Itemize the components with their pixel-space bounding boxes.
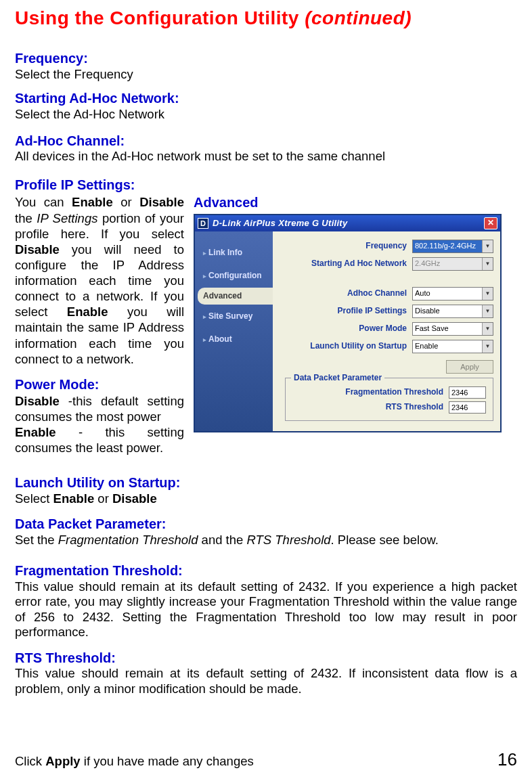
nav-advanced[interactable]: Advanced bbox=[198, 288, 273, 305]
label-profile-ip: Profile IP Settings bbox=[338, 306, 407, 316]
chevron-down-icon: ▼ bbox=[482, 288, 493, 300]
label-frequency: Frequency bbox=[365, 241, 407, 251]
heading-frequency: Frequency: bbox=[15, 50, 517, 66]
body-rts-threshold: This value should remain at its default … bbox=[15, 666, 517, 696]
body-launch-startup: Select Enable or Disable bbox=[15, 491, 517, 507]
heading-adhoc-channel: Ad-Hoc Channel: bbox=[15, 133, 517, 149]
heading-advanced-screenshot: Advanced bbox=[194, 194, 517, 210]
chevron-down-icon: ▼ bbox=[482, 340, 493, 353]
body-power-mode: Disable -this default setting consumes t… bbox=[15, 393, 184, 456]
label-rts-threshold: RTS Threshold bbox=[386, 402, 443, 412]
dropdown-power-mode[interactable]: Fast Save ▼ bbox=[412, 322, 493, 336]
close-icon[interactable]: ✕ bbox=[484, 217, 497, 229]
chevron-down-icon: ▼ bbox=[482, 240, 493, 252]
dropdown-starting-adhoc[interactable]: 2.4GHz ▼ bbox=[412, 257, 493, 271]
chevron-down-icon: ▼ bbox=[482, 305, 493, 317]
page-number: 16 bbox=[497, 749, 517, 771]
right-app-column: Advanced D D-Link AirPlus Xtreme G Utili… bbox=[194, 194, 517, 432]
dropdown-frequency[interactable]: 802.11b/g-2.4GHz ▼ bbox=[412, 240, 493, 253]
app-body: Link Info Configuration Advanced Site Su… bbox=[195, 231, 500, 431]
app-window-title: D-Link AirPlus Xtreme G Utility bbox=[213, 218, 484, 229]
dropdown-adhoc-channel[interactable]: Auto ▼ bbox=[412, 287, 493, 301]
heading-starting-adhoc: Starting Ad-Hoc Network: bbox=[15, 90, 517, 106]
dropdown-power-value: Fast Save bbox=[415, 324, 449, 333]
fieldset-legend: Data Packet Parameter bbox=[291, 373, 384, 383]
heading-rts-threshold: RTS Threshold: bbox=[15, 650, 517, 666]
label-starting-adhoc: Starting Ad Hoc Network bbox=[311, 259, 407, 269]
heading-power-mode: Power Mode: bbox=[15, 376, 184, 393]
heading-profile-ip: Profile IP Settings: bbox=[15, 177, 517, 193]
dropdown-profile-value: Disable bbox=[415, 307, 440, 315]
input-frag-threshold[interactable] bbox=[449, 386, 486, 399]
dropdown-profile-ip[interactable]: Disable ▼ bbox=[412, 305, 493, 318]
body-profile-ip: You can Enable or Disable the IP Setting… bbox=[15, 194, 184, 366]
heading-launch-startup: Launch Utility on Startup: bbox=[15, 474, 517, 491]
dropdown-adhoc-value: Auto bbox=[415, 289, 430, 298]
left-text-column: You can Enable or Disable the IP Setting… bbox=[15, 194, 184, 462]
apply-button[interactable]: Apply bbox=[446, 360, 493, 374]
label-frag-threshold: Fragmentation Threshold bbox=[345, 387, 443, 397]
dropdown-starting-value: 2.4GHz bbox=[415, 259, 440, 268]
nav-site-survey[interactable]: Site Survey bbox=[195, 305, 273, 328]
app-icon: D bbox=[198, 218, 208, 229]
body-starting-adhoc: Select the Ad-Hoc Network bbox=[15, 107, 517, 123]
heading-frag-threshold: Fragmentation Threshold: bbox=[15, 562, 517, 579]
titlebar: D D-Link AirPlus Xtreme G Utility ✕ bbox=[195, 215, 500, 231]
body-frag-threshold: This value should remain at its default … bbox=[15, 579, 517, 640]
content-panel: Frequency 802.11b/g-2.4GHz ▼ Starting Ad… bbox=[273, 231, 500, 431]
body-frequency: Select the Frequency bbox=[15, 67, 517, 83]
body-adhoc-channel: All devices in the Ad-Hoc network must b… bbox=[15, 149, 517, 164]
fieldset-data-packet: Data Packet Parameter Fragmentation Thre… bbox=[285, 378, 493, 421]
dropdown-launch-startup[interactable]: Enable ▼ bbox=[412, 340, 493, 353]
label-adhoc-channel: Adhoc Channel bbox=[347, 288, 407, 298]
label-power-mode: Power Mode bbox=[359, 324, 407, 334]
footer: Click Apply if you have made any changes… bbox=[15, 749, 517, 771]
sidebar: Link Info Configuration Advanced Site Su… bbox=[195, 231, 273, 431]
footer-text: Click Apply if you have made any changes bbox=[15, 754, 254, 770]
dropdown-frequency-value: 802.11b/g-2.4GHz bbox=[415, 242, 476, 250]
chevron-down-icon: ▼ bbox=[482, 323, 493, 335]
nav-link-info[interactable]: Link Info bbox=[195, 241, 273, 265]
chevron-down-icon: ▼ bbox=[482, 258, 493, 270]
dropdown-launch-value: Enable bbox=[415, 342, 438, 351]
nav-configuration[interactable]: Configuration bbox=[195, 264, 273, 288]
page-title-main: Using the Configuration Utility bbox=[15, 7, 299, 28]
page-title-continued: (continued) bbox=[305, 7, 412, 28]
page-title: Using the Configuration Utility (continu… bbox=[15, 7, 517, 30]
input-rts-threshold[interactable] bbox=[449, 401, 486, 414]
body-data-packet: Set the Fragmentation Threshold and the … bbox=[15, 533, 517, 548]
app-window: D D-Link AirPlus Xtreme G Utility ✕ Link… bbox=[194, 214, 502, 432]
two-column-layout: You can Enable or Disable the IP Setting… bbox=[15, 194, 517, 462]
label-launch-startup: Launch Utility on Startup bbox=[310, 341, 407, 351]
nav-about[interactable]: About bbox=[195, 328, 273, 351]
heading-data-packet: Data Packet Parameter: bbox=[15, 516, 517, 532]
